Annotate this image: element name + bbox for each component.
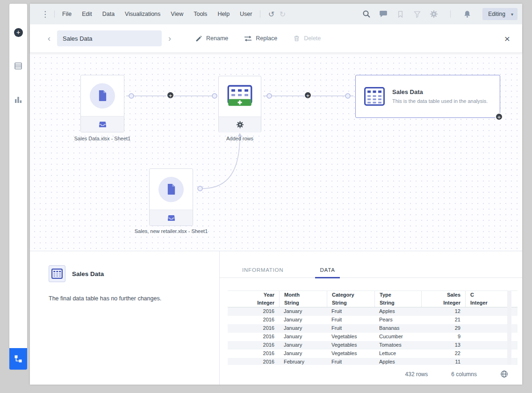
transformation-node-label: Added rows — [193, 136, 287, 141]
table-cell: Vegetables — [327, 333, 374, 341]
data-canvas-tab[interactable] — [9, 348, 27, 370]
table-cell: 12 — [421, 307, 465, 316]
bar-chart-icon — [14, 95, 22, 104]
menu-item-tools[interactable]: Tools — [194, 11, 207, 17]
trash-icon — [293, 35, 300, 42]
table-cell: Cucumber — [374, 333, 421, 341]
rename-button[interactable]: Rename — [195, 35, 228, 42]
table-cell: Apples — [374, 307, 421, 316]
redo-icon[interactable]: ↻ — [277, 10, 288, 19]
data-canvas-icon — [14, 354, 23, 364]
table-cell: January — [279, 341, 327, 349]
add-step-button[interactable]: + — [495, 113, 503, 121]
table-cell: February — [279, 358, 327, 365]
column-header: Category — [327, 291, 374, 299]
table-cell — [465, 341, 507, 349]
column-type: Integer — [465, 299, 507, 307]
visualizations-panel-button[interactable] — [14, 95, 23, 104]
final-node-title: Sales Data — [392, 88, 491, 95]
data-list-icon[interactable] — [14, 61, 23, 71]
menu-item-visualizations[interactable]: Visualizations — [125, 11, 160, 17]
menu-item-help[interactable]: Help — [217, 11, 230, 17]
column-header: Sales — [421, 291, 465, 299]
menu-item-file[interactable]: File — [62, 11, 72, 17]
kebab-menu-icon[interactable]: ⋮ — [41, 9, 49, 19]
table-row: 2016JanuaryFruitPears21 — [228, 316, 518, 324]
settings-gear-icon[interactable] — [428, 8, 440, 20]
source-node-new-retailer[interactable] — [149, 168, 193, 226]
source-node-label: Sales, new retailer.xlsx - Sheet1 — [115, 228, 227, 234]
table-cell: January — [279, 316, 327, 324]
table-cell: Vegetables — [327, 341, 374, 349]
data-canvas: + + Sales Data.xlsx - She — [30, 53, 522, 251]
table-cell: 2016 — [228, 358, 279, 365]
undo-icon[interactable]: ↺ — [266, 10, 277, 19]
table-cell: 2016 — [228, 341, 279, 349]
table-cell: January — [279, 349, 327, 358]
menu-item-view[interactable]: View — [171, 11, 183, 17]
table-scrollbar[interactable] — [507, 291, 511, 365]
table-row: 2016FebruaryFruitApples11 — [228, 358, 518, 365]
gear-icon[interactable] — [236, 121, 244, 129]
source-node-body — [150, 169, 193, 210]
data-canvas-header: ‹ › Rename Replace — [30, 24, 522, 53]
file-icon — [98, 90, 108, 102]
replace-button[interactable]: Replace — [244, 35, 277, 42]
table-cell — [465, 349, 507, 358]
table-cell — [465, 333, 507, 341]
previous-table-button[interactable]: ‹ — [45, 34, 53, 44]
table-cell: Apples — [374, 358, 421, 365]
file-icon — [166, 183, 176, 195]
source-node-sales-data[interactable] — [80, 75, 124, 132]
transformation-node-added-rows[interactable] — [218, 76, 261, 132]
table-cell: 2016 — [228, 316, 279, 324]
table-cell: Bananas — [374, 324, 421, 333]
node-details-pane: Sales Data The final data table has no f… — [30, 251, 220, 385]
delete-button[interactable]: Delete — [293, 35, 321, 42]
search-icon[interactable] — [360, 8, 373, 20]
next-table-button[interactable]: › — [165, 34, 174, 44]
close-icon[interactable]: × — [504, 34, 510, 44]
added-rows-table-icon — [227, 85, 252, 108]
file-circle — [90, 83, 115, 109]
divider — [54, 10, 55, 18]
source-node-body — [81, 75, 124, 116]
menu-item-data[interactable]: Data — [102, 11, 115, 17]
comment-icon[interactable] — [377, 8, 389, 20]
import-tray-icon — [99, 121, 107, 128]
bookmark-icon[interactable] — [394, 8, 406, 20]
transformation-node-body — [219, 76, 261, 116]
table-cell: Fruit — [327, 358, 374, 365]
globe-icon[interactable] — [500, 370, 508, 378]
tab-information[interactable]: INFORMATION — [237, 267, 288, 278]
tab-data[interactable]: DATA — [315, 267, 339, 278]
table-cell: Fruit — [327, 316, 374, 324]
table-cell: Fruit — [327, 307, 374, 316]
table-name-input[interactable] — [57, 30, 162, 46]
rename-label: Rename — [206, 35, 228, 42]
table-cell — [465, 316, 507, 324]
preview-pane: INFORMATION DATA YearMonthCategoryTypeSa… — [220, 251, 522, 385]
final-table-node[interactable]: Sales Data This is the data table used i… — [355, 75, 500, 118]
editing-mode-dropdown[interactable]: Editing ▾ — [482, 8, 518, 20]
table-cell: 29 — [421, 324, 465, 333]
add-transformation-button[interactable]: + — [304, 91, 312, 99]
source-node-label: Sales Data.xlsx - Sheet1 — [46, 136, 158, 141]
preview-footer: 432 rows 6 columns — [405, 370, 508, 378]
data-preview-table: YearMonthCategoryTypeSalesC IntegerStrin… — [228, 291, 518, 365]
column-header: C — [465, 291, 507, 299]
table-cell: Fruit — [327, 324, 374, 333]
table-row: 2016JanuaryFruitBananas29 — [228, 324, 518, 333]
import-tray-icon — [167, 215, 175, 221]
filter-icon[interactable] — [411, 8, 423, 20]
table-cell: January — [279, 324, 327, 333]
notifications-bell-icon[interactable] — [461, 8, 473, 20]
source-node-footer — [150, 210, 193, 226]
table-row: 2016JanuaryVegetablesCucumber9 — [228, 333, 518, 341]
column-type: Integer — [228, 299, 279, 307]
table-icon-box — [49, 265, 65, 282]
add-transformation-button[interactable]: + — [166, 91, 174, 99]
menu-item-edit[interactable]: Edit — [82, 11, 92, 17]
add-visualization-button[interactable]: + — [14, 28, 23, 37]
menu-item-user[interactable]: User — [240, 11, 252, 17]
